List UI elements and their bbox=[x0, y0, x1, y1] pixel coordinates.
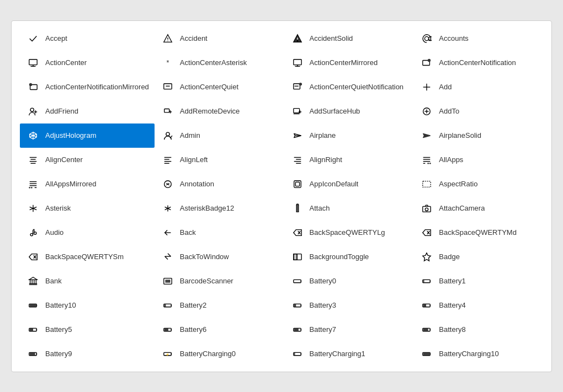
svg-rect-11 bbox=[293, 59, 301, 65]
item-label-badge: Badge bbox=[439, 253, 460, 261]
annotation-icon bbox=[160, 178, 176, 191]
item-label-add: Add bbox=[439, 83, 452, 91]
list-item-attach[interactable]: Attach bbox=[284, 196, 414, 221]
item-label-actioncenternotificationmirrored: ActionCenterNotificationMirrored bbox=[45, 83, 149, 91]
list-item-barcodescanner[interactable]: BarcodeScanner bbox=[155, 269, 284, 293]
list-item-asterisk[interactable]: Asterisk bbox=[20, 196, 155, 221]
list-item-actioncenternotificationmirrored[interactable]: ActionCenterNotificationMirrored bbox=[20, 75, 155, 99]
back-to-window-icon bbox=[160, 250, 176, 264]
list-item-backspaceqwertymd[interactable]: BackSpaceQWERTYMd bbox=[413, 221, 543, 245]
list-item-alignleft[interactable]: AlignLeft bbox=[155, 148, 284, 172]
all-apps-m-icon bbox=[25, 178, 41, 191]
badge-icon bbox=[419, 250, 434, 264]
at-icon bbox=[419, 32, 434, 45]
list-item-aligncenter[interactable]: AlignCenter bbox=[20, 148, 155, 172]
list-item-battery6[interactable]: Battery6 bbox=[155, 318, 284, 342]
item-label-airplane: Airplane bbox=[310, 131, 336, 139]
list-item-backspaceqwertysm[interactable]: BackSpaceQWERTYSm bbox=[20, 245, 155, 269]
list-item-appicondefault[interactable]: AppIconDefault bbox=[284, 172, 414, 196]
list-item-accept[interactable]: Accept bbox=[20, 26, 155, 51]
list-item-backspaceqwertylg[interactable]: BackSpaceQWERTYLg bbox=[284, 221, 414, 245]
svg-point-66 bbox=[29, 186, 30, 188]
svg-rect-133 bbox=[30, 329, 33, 331]
list-item-allapps[interactable]: AllApps bbox=[413, 148, 543, 172]
list-item-allappsmirrored[interactable]: AllAppsMirrored bbox=[20, 172, 155, 196]
battery2-icon bbox=[160, 299, 176, 312]
svg-line-96 bbox=[164, 256, 167, 259]
list-item-batterycharging10[interactable]: BatteryCharging10 bbox=[413, 342, 543, 366]
list-item-alignright[interactable]: AlignRight bbox=[284, 148, 414, 172]
battery-c10-icon bbox=[419, 347, 434, 361]
list-item-audio[interactable]: Audio bbox=[20, 221, 155, 245]
list-item-battery0[interactable]: Battery0 bbox=[284, 269, 414, 293]
list-item-addto[interactable]: AddTo bbox=[413, 99, 543, 123]
svg-point-17 bbox=[29, 83, 32, 85]
list-item-asteriskbadge12[interactable]: AsteriskBadge12 bbox=[155, 196, 284, 221]
item-label-barcodescanner: BarcodeScanner bbox=[180, 277, 233, 285]
list-item-battery2[interactable]: Battery2 bbox=[155, 293, 284, 318]
svg-rect-151 bbox=[294, 353, 295, 355]
item-label-battery6: Battery6 bbox=[180, 325, 206, 334]
list-item-bank[interactable]: Bank bbox=[20, 269, 155, 293]
icon-grid-container: AcceptAccidentAccidentSolidAccountsActio… bbox=[11, 20, 552, 372]
item-label-addfriend: AddFriend bbox=[45, 107, 78, 115]
list-item-addremotedevice[interactable]: AddRemoteDevice bbox=[155, 99, 284, 123]
list-item-addsurfacehub[interactable]: AddSurfaceHub bbox=[284, 99, 414, 123]
list-item-battery7[interactable]: Battery7 bbox=[284, 318, 414, 342]
item-label-audio: Audio bbox=[45, 228, 63, 237]
battery3-icon bbox=[290, 299, 305, 312]
list-item-battery5[interactable]: Battery5 bbox=[20, 318, 155, 342]
svg-point-2 bbox=[167, 40, 168, 41]
list-item-actioncenterquietnotification[interactable]: ActionCenterQuietNotification bbox=[284, 75, 414, 99]
list-item-attachcamera[interactable]: AttachCamera bbox=[413, 196, 543, 221]
list-item-batterycharging0[interactable]: ⚡BatteryCharging0 bbox=[155, 342, 284, 366]
list-item-annotation[interactable]: Annotation bbox=[155, 172, 284, 196]
svg-line-97 bbox=[168, 253, 171, 256]
list-item-airplane[interactable]: Airplane bbox=[284, 123, 414, 148]
list-item-airplanesolid[interactable]: AirplaneSolid bbox=[413, 123, 543, 148]
list-item-accounts[interactable]: Accounts bbox=[413, 26, 543, 51]
svg-rect-72 bbox=[295, 182, 299, 186]
list-item-aspectratio[interactable]: AspectRatio bbox=[413, 172, 543, 196]
list-item-batterycharging1[interactable]: BatteryCharging1 bbox=[284, 342, 414, 366]
list-item-actioncentermirrored[interactable]: ActionCenterMirrored bbox=[284, 51, 414, 75]
airplane-icon bbox=[290, 129, 305, 142]
item-label-battery8: Battery8 bbox=[439, 325, 465, 334]
svg-rect-71 bbox=[294, 180, 301, 187]
list-item-battery4[interactable]: Battery4 bbox=[413, 293, 543, 318]
hologram-icon bbox=[25, 129, 41, 142]
list-item-admin[interactable]: Admin bbox=[155, 123, 284, 148]
backspace-icon bbox=[25, 250, 41, 264]
item-label-backspaceqwertysm: BackSpaceQWERTYSm bbox=[45, 253, 124, 261]
list-item-back[interactable]: Back bbox=[155, 221, 284, 245]
list-item-battery1[interactable]: Battery1 bbox=[413, 269, 543, 293]
list-item-addfriend[interactable]: AddFriend bbox=[20, 99, 155, 123]
list-item-actioncenterasterisk[interactable]: *ActionCenterAsterisk bbox=[155, 51, 284, 75]
battery9-icon bbox=[25, 347, 41, 361]
list-item-battery8[interactable]: Battery8 bbox=[413, 318, 543, 342]
list-item-adjusthologram[interactable]: AdjustHologram bbox=[20, 123, 155, 148]
add-to-icon bbox=[419, 105, 434, 118]
item-label-battery10: Battery10 bbox=[45, 301, 76, 309]
list-item-battery3[interactable]: Battery3 bbox=[284, 293, 414, 318]
asterisk-small-icon: * bbox=[160, 56, 176, 69]
list-item-accident[interactable]: Accident bbox=[155, 26, 284, 51]
item-label-battery5: Battery5 bbox=[45, 325, 72, 334]
list-item-actioncenternotification[interactable]: ActionCenterNotification bbox=[413, 51, 543, 75]
list-item-badge[interactable]: Badge bbox=[413, 245, 543, 269]
svg-rect-130 bbox=[423, 304, 426, 307]
asterisk2-icon bbox=[160, 202, 176, 215]
list-item-battery10[interactable]: Battery10 bbox=[20, 293, 155, 318]
align-right-icon bbox=[290, 153, 305, 167]
list-item-accidentsolid[interactable]: AccidentSolid bbox=[284, 26, 414, 51]
item-label-backgroundtoggle: BackgroundToggle bbox=[310, 253, 369, 261]
align-left-icon bbox=[160, 153, 176, 167]
list-item-actioncenterquiet[interactable]: ActionCenterQuiet bbox=[155, 75, 284, 99]
list-item-backtowindow[interactable]: BackToWindow bbox=[155, 245, 284, 269]
item-label-actioncentermirrored: ActionCenterMirrored bbox=[310, 58, 378, 67]
list-item-battery9[interactable]: Battery9 bbox=[20, 342, 155, 366]
item-label-battery2: Battery2 bbox=[180, 301, 206, 309]
list-item-add[interactable]: Add bbox=[413, 75, 543, 99]
list-item-backgroundtoggle[interactable]: BackgroundToggle bbox=[284, 245, 414, 269]
list-item-actioncenter[interactable]: ActionCenter bbox=[20, 51, 155, 75]
